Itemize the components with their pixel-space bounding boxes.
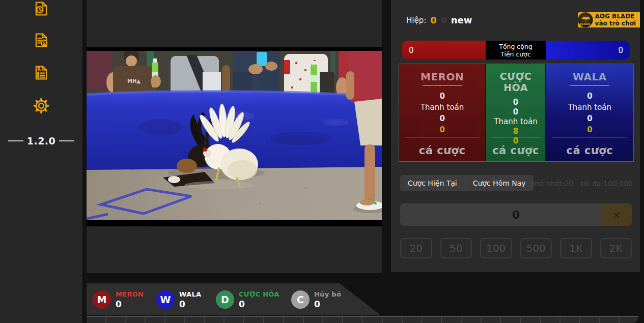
history-cell (126, 317, 146, 323)
title-rule (570, 85, 609, 86)
cancel-summary[interactable]: C Hủy bỏ 0 (291, 290, 341, 309)
history-cell (561, 317, 580, 323)
history-cell (580, 317, 600, 323)
chip-50[interactable]: 50 (440, 238, 472, 258)
history-cell (323, 317, 343, 323)
draw-summary-value: 0 (239, 299, 279, 309)
chip-row: 20 50 100 500 1K 2K (400, 238, 632, 258)
aog-blade-logo-icon: BLADE (578, 12, 593, 27)
meron-summary[interactable]: M MERON 0 (93, 290, 144, 309)
invoice-doc-icon[interactable]: $ (33, 32, 49, 48)
wala-total: 0 (546, 41, 630, 60)
promo-subtitle: vào trò chơi (595, 20, 636, 27)
bet-cards: MERON 0 Thanh toán 0 0 cá cược CƯỢC HÒA … (399, 64, 634, 162)
totals-center-label: Tổng cộng Tiền cược (486, 41, 546, 60)
promo-logo-text: BLADE (580, 22, 591, 25)
version-row: 1.2.0 (0, 135, 82, 146)
chip-2k[interactable]: 2K (600, 238, 632, 258)
meron-odds: 0 (399, 91, 485, 102)
bet-tabs: Cược Hiện Tại Cược Hôm Nay (400, 175, 534, 191)
history-cell (185, 317, 205, 323)
wala-summary[interactable]: W WALA 0 (156, 290, 201, 309)
round-value: 0 (430, 15, 437, 25)
svg-text:R: R (37, 67, 41, 72)
tab-current-bets[interactable]: Cược Hiện Tại (400, 175, 465, 191)
svg-text:$: $ (42, 41, 45, 46)
version-line-left (8, 140, 23, 141)
promo-banner[interactable]: BLADE AOG BLADE vào trò chơi (578, 12, 640, 27)
settings-gear-icon[interactable] (33, 98, 49, 114)
history-cell (521, 317, 541, 323)
limit-min: nhỏ nhất:20 (530, 180, 573, 188)
draw-badge-icon: D (216, 290, 234, 309)
history-cell (403, 317, 423, 323)
tab-today-bets[interactable]: Cược Hôm Nay (465, 175, 534, 191)
history-cell (462, 317, 482, 323)
video-frame-cockfight: MH▲ (87, 51, 382, 220)
wala-pay-value: 0 (546, 113, 633, 124)
clear-amount-button[interactable]: × (601, 203, 632, 226)
meron-pay-value: 0 (399, 113, 485, 124)
chip-100[interactable]: 100 (480, 238, 512, 258)
draw-odds: 0 (486, 98, 545, 107)
round-status-dot (441, 17, 447, 23)
round-label: Hiệp: (406, 16, 426, 25)
chip-500[interactable]: 500 (520, 238, 552, 258)
meron-badge-icon: M (93, 290, 111, 309)
amount-input[interactable]: 0 (400, 203, 601, 226)
wala-card[interactable]: WALA 0 Thanh toán 0 0 cá cược (546, 64, 633, 161)
meron-title: MERON (399, 71, 485, 83)
meron-bet-value: 0 (399, 124, 485, 135)
app-root: $ R 1.2.0 (0, 0, 644, 323)
draw-bet-button[interactable]: cá cược (486, 144, 545, 157)
meron-summary-value: 0 (116, 299, 144, 309)
wala-pay-label: Thanh toán (546, 102, 633, 113)
cancel-summary-label: Hủy bỏ (314, 290, 341, 298)
sidebar: $ R 1.2.0 (0, 0, 82, 323)
history-cell (442, 317, 462, 323)
history-cell (106, 317, 126, 323)
draw-pay-value: 8 (486, 127, 545, 136)
meron-bet-button[interactable]: cá cược (399, 144, 485, 157)
draw-odds2: 0 (486, 107, 545, 117)
history-cell (205, 317, 225, 323)
history-cell (225, 317, 244, 323)
wala-title: WALA (546, 71, 633, 83)
card-divider (552, 137, 627, 137)
history-cell (482, 317, 501, 323)
history-cell (146, 317, 165, 323)
history-cell (304, 317, 324, 323)
chip-20[interactable]: 20 (400, 238, 432, 258)
card-divider (405, 137, 480, 137)
history-cell (363, 317, 383, 323)
draw-card[interactable]: CƯỢC HÒA 0 0 Thanh toán 8 0 cá cược (486, 64, 545, 161)
chip-1k[interactable]: 1K (560, 238, 592, 258)
history-doc-icon[interactable] (33, 1, 49, 17)
promo-title: AOG BLADE (595, 13, 636, 20)
history-cell (87, 317, 106, 323)
title-rule (423, 85, 462, 86)
meron-pay-label: Thanh toán (399, 102, 485, 113)
draw-summary-label: CƯỢC HÒA (239, 290, 279, 298)
totals-line2: Tiền cược (500, 50, 531, 58)
history-cell (600, 317, 620, 323)
history-cell (383, 317, 403, 323)
history-cell (284, 317, 304, 323)
round-status: new (451, 15, 472, 25)
wala-bet-value: 0 (546, 124, 633, 135)
cancel-summary-value: 0 (314, 299, 341, 309)
history-cell (244, 317, 264, 323)
history-cell (422, 317, 442, 323)
meron-card[interactable]: MERON 0 Thanh toán 0 0 cá cược (399, 64, 485, 161)
close-icon: × (612, 209, 621, 221)
wala-summary-label: WALA (179, 290, 201, 298)
totals-line1: Tổng cộng (499, 43, 533, 50)
draw-summary[interactable]: D CƯỢC HÒA 0 (216, 290, 279, 309)
report-doc-icon[interactable]: R (33, 65, 49, 81)
history-cell (343, 317, 363, 323)
wala-bet-button[interactable]: cá cược (546, 144, 633, 157)
cancel-badge-icon: C (291, 290, 310, 309)
wala-summary-value: 0 (179, 299, 201, 309)
card-divider (490, 137, 541, 137)
history-grid (87, 316, 638, 323)
